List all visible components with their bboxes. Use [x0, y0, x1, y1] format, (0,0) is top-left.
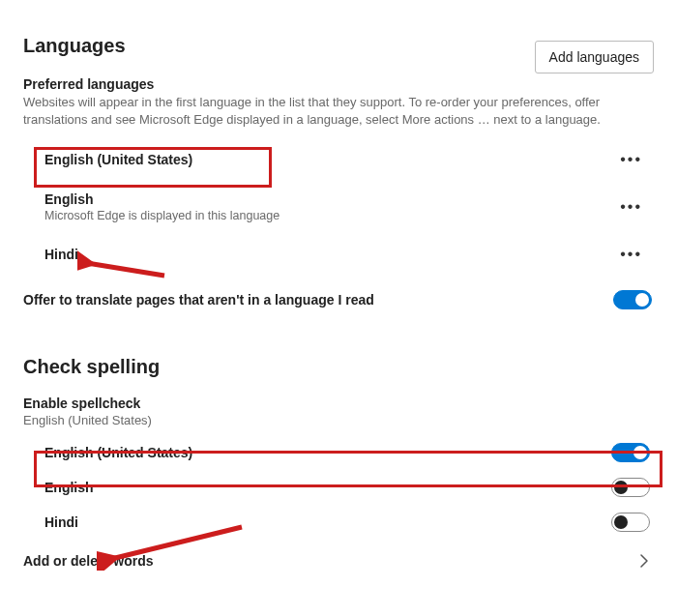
offer-translate-label: Offer to translate pages that aren't in …: [23, 292, 374, 308]
spellcheck-toggle-hi[interactable]: [611, 513, 650, 532]
language-name: English: [44, 191, 280, 207]
preferred-languages-heading: Preferred languages: [23, 76, 654, 92]
spellcheck-toggle-en[interactable]: [611, 478, 650, 497]
add-or-delete-words-label: Add or delete words: [23, 553, 154, 569]
spellcheck-language-name: Hindi: [44, 514, 78, 530]
more-actions-button[interactable]: •••: [612, 194, 650, 220]
add-or-delete-words-row[interactable]: Add or delete words: [23, 540, 654, 582]
offer-translate-toggle[interactable]: [613, 290, 652, 309]
offer-translate-row: Offer to translate pages that aren't in …: [23, 277, 654, 323]
preferred-language-list: English (United States) ••• English Micr…: [23, 137, 654, 277]
language-row-en[interactable]: English Microsoft Edge is displayed in t…: [23, 182, 654, 232]
spellcheck-language-name: English (United States): [44, 445, 192, 460]
language-subtext: Microsoft Edge is displayed in this lang…: [44, 209, 280, 222]
enable-spellcheck-description: English (United States): [23, 413, 654, 427]
check-spelling-heading: Check spelling: [23, 356, 654, 378]
spellcheck-language-list: English (United States) English Hindi: [23, 435, 654, 540]
language-name: Hindi: [44, 247, 78, 262]
more-actions-button[interactable]: •••: [612, 147, 650, 172]
more-actions-button[interactable]: •••: [612, 242, 650, 267]
spellcheck-row-en-us: English (United States): [23, 435, 654, 470]
spellcheck-row-en: English: [23, 470, 654, 505]
enable-spellcheck-heading: Enable spellcheck: [23, 396, 654, 411]
languages-heading: Languages: [23, 35, 126, 57]
chevron-right-icon: [636, 553, 652, 569]
preferred-languages-description: Websites will appear in the first langua…: [23, 94, 642, 128]
add-languages-button[interactable]: Add languages: [535, 41, 654, 73]
spellcheck-toggle-en-us[interactable]: [611, 443, 650, 462]
language-name: English (United States): [44, 152, 192, 167]
language-row-en-us[interactable]: English (United States) •••: [23, 137, 654, 182]
language-row-hi[interactable]: Hindi •••: [23, 232, 654, 277]
spellcheck-row-hi: Hindi: [23, 505, 654, 540]
spellcheck-language-name: English: [44, 480, 94, 495]
